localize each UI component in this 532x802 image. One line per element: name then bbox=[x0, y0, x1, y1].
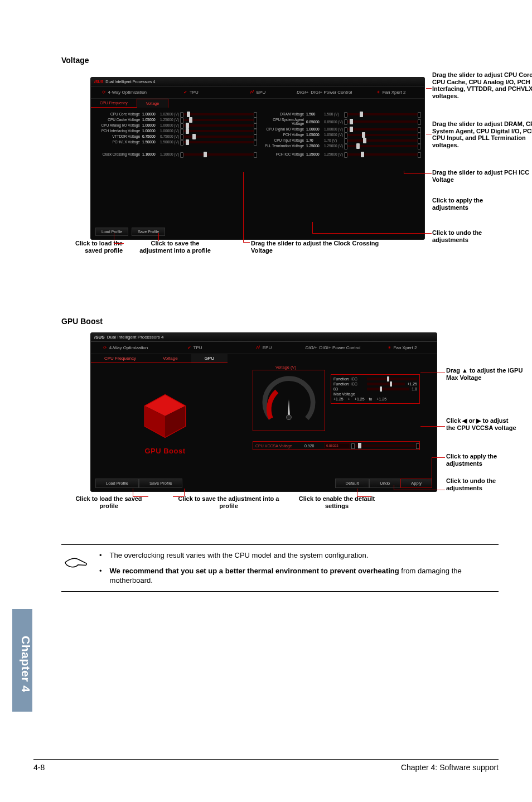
voltage-row-value: 1.00000 bbox=[142, 123, 158, 127]
voltage-row: PLL Termination Voltage1.250001.25000 (V… bbox=[260, 144, 419, 148]
power-icon: 🗲 bbox=[256, 345, 260, 350]
chapter-side-tab: Chapter 4 bbox=[12, 609, 32, 712]
leader-line bbox=[404, 173, 432, 174]
check-icon: ✔ bbox=[183, 90, 187, 95]
undo-button[interactable]: Undo bbox=[369, 479, 400, 488]
voltage-row: CPU Analog I/O Voltage1.000001.00000 (V) bbox=[96, 123, 255, 127]
leader-line bbox=[133, 496, 148, 497]
save-profile-button[interactable]: Save Profile bbox=[132, 228, 165, 236]
voltage-row-label: VTTDDR Voltage bbox=[96, 134, 140, 138]
voltage-row: CPU Digital I/O Voltage1.000001.00000 (V… bbox=[260, 127, 419, 131]
cc-right-label: PCH ICC Voltage bbox=[260, 152, 304, 156]
ann-apply: Click to apply the adjustments bbox=[432, 197, 516, 211]
readout-row: Function: ICC+1.25 bbox=[333, 382, 417, 386]
cc-right: PCH ICC Voltage 1.25000 1.25000 (V) bbox=[260, 152, 419, 156]
leader-line bbox=[420, 426, 445, 427]
voltage-row-label: PLL Termination Voltage bbox=[260, 144, 304, 148]
voltage-row: DRAM Voltage1.5001.500 (V) bbox=[260, 112, 419, 116]
subtab-voltage-2[interactable]: Voltage bbox=[149, 354, 191, 363]
sync-icon: ⟳ bbox=[102, 90, 106, 95]
voltage-row-range: 1.50000 (V) bbox=[160, 140, 180, 144]
digi-icon: DIGI+ bbox=[305, 345, 317, 350]
tab-4way-2[interactable]: ⟳4-Way Optimization bbox=[91, 342, 160, 354]
voltage-row-label: CPU Core Voltage bbox=[96, 112, 140, 116]
load-profile-button[interactable]: Load Profile bbox=[95, 228, 128, 236]
apply-button[interactable]: Apply bbox=[400, 479, 432, 488]
vccsa-box: 0.88333 bbox=[325, 443, 350, 448]
section-heading-gpu: GPU Boost bbox=[61, 317, 499, 326]
tab-epu-2[interactable]: 🗲EPU bbox=[229, 342, 298, 354]
voltage-row-range: 1.25000 (V) bbox=[324, 144, 344, 148]
voltage-row-label: DRAM Voltage bbox=[260, 112, 304, 116]
tab-epu[interactable]: 🗲EPU bbox=[224, 86, 291, 98]
voltage-row-range: 0.85000 (V) bbox=[324, 120, 344, 124]
voltage-row: PCHVLX Voltage1.500001.50000 (V) bbox=[96, 140, 255, 144]
tab-digi[interactable]: DIGI+DIGI+ Power Control bbox=[291, 86, 358, 98]
ann-voltages-right: Drag the slider to adjust DRAM, CPU Syst… bbox=[432, 120, 532, 149]
figure-voltage: /SUS Dual Intelligent Processors 4 ⟳4-Wa… bbox=[61, 71, 499, 278]
figure-gpu: /SUS Dual Intelligent Processors 4 ⟳4-Wa… bbox=[61, 332, 499, 522]
voltage-row-label: CPU Cache Voltage bbox=[96, 118, 140, 122]
readouts-panel: Function: ICC Function: ICC+1.25 831.0 M… bbox=[331, 374, 420, 404]
subtab-freq[interactable]: CPU Frequency bbox=[91, 99, 137, 108]
default-button[interactable]: Default bbox=[335, 479, 370, 488]
tab-fan-2[interactable]: ✶Fan Xpert 2 bbox=[367, 342, 437, 354]
save-profile-button-2[interactable]: Save Profile bbox=[139, 479, 182, 488]
cpu-vccsa-row: CPU VCCSA Voltage 0.920 0.88333 bbox=[253, 441, 420, 450]
voltage-row-label: CPU Input Voltage bbox=[260, 138, 304, 142]
readout-row: 831.0 bbox=[333, 387, 417, 391]
subtab-gpu[interactable]: GPU bbox=[191, 354, 228, 363]
gpu-left-panel: GPU Boost bbox=[101, 391, 229, 455]
power-icon: 🗲 bbox=[250, 90, 254, 95]
load-profile-button-2[interactable]: Load Profile bbox=[95, 479, 139, 488]
tab-tpu[interactable]: ✔TPU bbox=[158, 86, 225, 98]
digi-icon: DIGI+ bbox=[297, 90, 308, 95]
voltage-row-label: CPU Analog I/O Voltage bbox=[96, 123, 140, 127]
voltage-slider[interactable] bbox=[346, 134, 419, 136]
leader-line bbox=[184, 489, 185, 496]
bottom-buttons: Load Profile Save Profile Default Undo A… bbox=[95, 479, 432, 488]
leader-line bbox=[394, 490, 445, 490]
tab-fan[interactable]: ✶Fan Xpert 2 bbox=[357, 86, 424, 98]
cc-right-slider[interactable] bbox=[346, 153, 419, 156]
tab-digi-2[interactable]: DIGI+DIGI+ Power Control bbox=[298, 342, 367, 354]
tab-4way[interactable]: ⟳4-Way Optimization bbox=[91, 86, 158, 98]
voltage-slider[interactable] bbox=[182, 130, 255, 132]
leader-line bbox=[432, 480, 432, 485]
voltage-slider[interactable] bbox=[182, 113, 255, 115]
subtab-voltage[interactable]: Voltage bbox=[137, 99, 168, 108]
voltage-slider[interactable] bbox=[182, 136, 255, 138]
title-bar: /SUS Dual Intelligent Processors 4 bbox=[91, 78, 424, 86]
leader-line bbox=[426, 134, 432, 134]
ann2-apply: Click to apply the adjustments bbox=[446, 453, 519, 467]
readout-row-max-vals: +1.25 + +1.25 to +1.25 bbox=[333, 397, 417, 401]
subtab-freq-2[interactable]: CPU Frequency bbox=[91, 354, 149, 363]
ann-pch-icc: Drag the slider to adjust PCH ICC Voltag… bbox=[432, 169, 532, 183]
svg-point-5 bbox=[287, 415, 292, 420]
app-window-voltage: /SUS Dual Intelligent Processors 4 ⟳4-Wa… bbox=[90, 77, 425, 240]
leader-line bbox=[158, 233, 159, 241]
voltage-slider[interactable] bbox=[346, 145, 419, 147]
voltage-slider[interactable] bbox=[346, 128, 419, 131]
vccsa-slider[interactable] bbox=[354, 445, 417, 447]
leader-line bbox=[426, 88, 432, 89]
gpu-boost-logo-icon bbox=[140, 391, 190, 441]
leader-line bbox=[114, 233, 114, 243]
voltage-row-range: 1.00000 (V) bbox=[160, 129, 180, 133]
voltage-row-value: 1.00000 bbox=[142, 112, 158, 116]
voltage-slider[interactable] bbox=[346, 139, 419, 142]
igpu-voltage-dial[interactable]: Voltage (V) bbox=[253, 370, 325, 431]
voltage-row-label: PCH Interfacing Voltage bbox=[96, 129, 140, 133]
tab-tpu-2[interactable]: ✔TPU bbox=[160, 342, 229, 354]
voltage-slider[interactable] bbox=[346, 113, 419, 115]
voltage-row: CPU Cache Voltage1.050001.25000 (V) bbox=[96, 118, 255, 122]
voltage-slider[interactable] bbox=[182, 141, 255, 143]
voltage-row-range: 1.70 (V) bbox=[324, 138, 344, 142]
ann-voltages-left: Drag the slider to adjust CPU Core, CPU … bbox=[432, 71, 532, 100]
voltage-slider[interactable] bbox=[182, 124, 255, 127]
voltage-row-range: 1.500 (V) bbox=[324, 112, 344, 116]
leader-line bbox=[432, 457, 432, 480]
cc-left-slider[interactable] bbox=[182, 153, 255, 156]
voltage-slider[interactable] bbox=[182, 119, 255, 121]
voltage-slider[interactable] bbox=[346, 120, 419, 123]
